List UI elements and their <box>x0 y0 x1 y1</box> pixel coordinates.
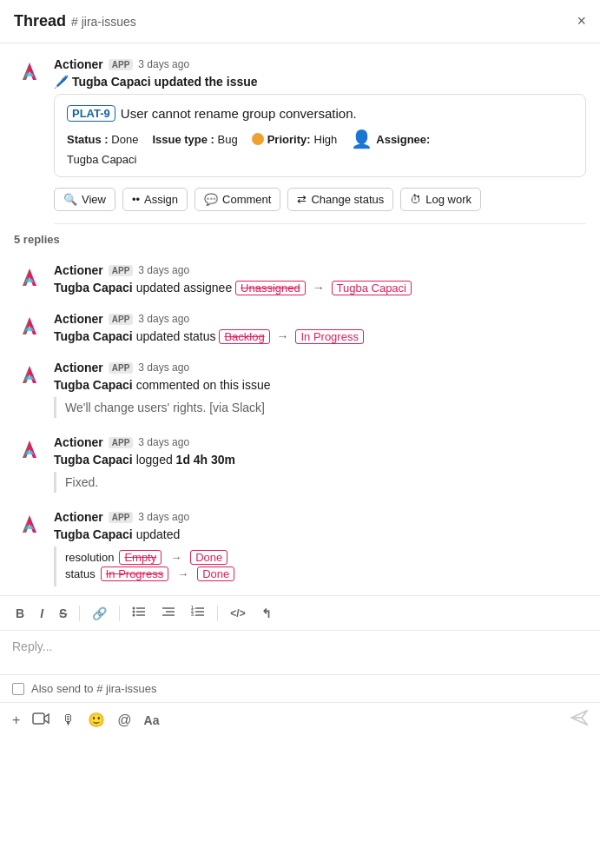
status2-from: In Progress <box>101 567 168 581</box>
timestamp: 3 days ago <box>138 58 189 70</box>
strikethrough-button[interactable]: S <box>56 605 70 622</box>
issue-title: User cannot rename group conversation. <box>121 106 357 121</box>
view-button[interactable]: 🔍 View <box>54 188 115 211</box>
add-button[interactable]: + <box>12 712 20 728</box>
bullet-list-button[interactable] <box>129 603 149 623</box>
reply-text-1: Tugba Capaci updated assignee Unassigned… <box>54 281 586 295</box>
toolbar-sep-1 <box>79 606 80 621</box>
change-status-label: Change status <box>311 193 384 206</box>
change-status-button[interactable]: ⇄ Change status <box>287 188 393 211</box>
video-button[interactable] <box>32 712 49 729</box>
issue-type: Issue type : Bug <box>152 133 237 146</box>
reply-avatar-3 <box>14 361 45 392</box>
issue-id: PLAT-9 <box>67 105 115 122</box>
mention-button[interactable]: @ <box>117 712 131 728</box>
numbered-list-button[interactable]: 1.2.3. <box>188 603 208 623</box>
mic-button[interactable]: 🎙 <box>62 712 76 728</box>
reply-content-1: Actioner APP 3 days ago Tugba Capaci upd… <box>54 263 586 295</box>
send-button[interactable] <box>570 710 588 730</box>
reply-text-3: Tugba Capaci commented on this issue <box>54 378 586 392</box>
reply-content-5: Actioner APP 3 days ago Tugba Capaci upd… <box>54 510 586 586</box>
reply-input[interactable]: Reply... <box>0 631 600 674</box>
assignee-name: Tugba Capaci <box>67 153 573 166</box>
reply-timestamp-5: 3 days ago <box>138 511 189 523</box>
svg-point-24 <box>133 607 135 610</box>
reply-avatar-5 <box>14 510 45 541</box>
more-button[interactable]: ↰ <box>258 605 275 622</box>
reply-sender-2: Actioner <box>54 312 103 326</box>
composer: B I S 🔗 1.2.3. </> ↰ Reply... Also send … <box>0 595 600 737</box>
resolution-from: Empty <box>119 550 162 565</box>
reply-sender-5: Actioner <box>54 510 103 524</box>
reply-4: Actioner APP 3 days ago Tugba Capaci log… <box>0 427 600 501</box>
reply-sender-1: Actioner <box>54 263 103 277</box>
toolbar-sep-2 <box>119 606 120 621</box>
reply-author-5: Tugba Capaci <box>54 527 133 541</box>
link-button[interactable]: 🔗 <box>89 605 110 622</box>
status-from: Backlog <box>219 329 269 344</box>
reply-meta-2: Actioner APP 3 days ago <box>54 312 586 326</box>
field-resolution: resolution <box>65 551 114 564</box>
priority-dot: Priority: High <box>252 133 338 146</box>
close-button[interactable]: × <box>577 12 586 30</box>
reply-1: Actioner APP 3 days ago Tugba Capaci upd… <box>0 255 600 303</box>
reply-avatar-2 <box>14 312 45 343</box>
issue-card: PLAT-9 User cannot rename group conversa… <box>54 94 586 177</box>
resolution-to: Done <box>190 550 227 565</box>
log-work-label: Log work <box>425 193 471 206</box>
header-channel: # jira-issues <box>71 15 136 29</box>
svg-text:3.: 3. <box>191 612 195 617</box>
reply-timestamp-2: 3 days ago <box>138 313 189 325</box>
italic-button[interactable]: I <box>36 605 47 622</box>
bold-button[interactable]: B <box>12 605 28 622</box>
reply-5: Actioner APP 3 days ago Tugba Capaci upd… <box>0 501 600 595</box>
reply-author-3: Tugba Capaci <box>54 378 133 392</box>
assignee-from: Unassigned <box>235 281 306 295</box>
composer-bottom: + 🎙 🙂 @ Aa <box>0 702 600 737</box>
status-label: Status : Done <box>67 133 138 146</box>
reply-content-2: Actioner APP 3 days ago Tugba Capaci upd… <box>54 312 586 343</box>
reply-content-3: Actioner APP 3 days ago Tugba Capaci com… <box>54 361 586 418</box>
code-button[interactable]: </> <box>227 606 248 621</box>
status-to: In Progress <box>295 329 363 344</box>
assignee-section: 👤 Assignee: <box>351 129 430 149</box>
reply-badge-5: APP <box>109 512 134 523</box>
reply-timestamp-4: 3 days ago <box>138 436 189 448</box>
issue-title-row: PLAT-9 User cannot rename group conversa… <box>67 105 573 122</box>
also-send-checkbox[interactable] <box>12 683 24 695</box>
svg-point-28 <box>133 614 135 617</box>
reply-sender-4: Actioner <box>54 435 103 449</box>
comment-icon: 💬 <box>204 193 218 206</box>
reply-badge-3: APP <box>109 362 134 374</box>
assign-button[interactable]: •• Assign <box>122 188 188 211</box>
reply-2: Actioner APP 3 days ago Tugba Capaci upd… <box>0 303 600 352</box>
indent-button[interactable] <box>158 603 179 623</box>
emoji-button[interactable]: 🙂 <box>88 712 105 728</box>
reply-avatar-4 <box>14 435 45 467</box>
log-work-icon: ⏱ <box>410 193 421 206</box>
comment-button[interactable]: 💬 Comment <box>195 188 280 211</box>
person-icon: 👤 <box>351 129 373 149</box>
field-status: status <box>65 567 96 580</box>
update-table-5: resolution Empty → Done status In Progre… <box>54 547 586 586</box>
sender-name: Actioner <box>54 57 103 71</box>
update-row-status: status In Progress → Done <box>65 567 577 581</box>
log-work-button[interactable]: ⏱ Log work <box>400 188 481 211</box>
reply-avatar-1 <box>14 263 45 295</box>
assignee-to: Tugba Capaci <box>332 281 412 295</box>
reply-badge-2: APP <box>109 314 134 325</box>
pencil-emoji: 🖊️ <box>54 75 69 89</box>
reply-timestamp-1: 3 days ago <box>138 264 189 276</box>
message-meta: Actioner APP 3 days ago <box>54 57 586 71</box>
message-desc-text: Tugba Capaci updated the issue <box>72 75 258 89</box>
reply-badge-1: APP <box>109 265 134 276</box>
logged-time: 1d 4h 30m <box>176 453 235 467</box>
header-title: Thread <box>14 12 66 30</box>
update-row-resolution: resolution Empty → Done <box>65 550 577 565</box>
message-body: Actioner APP 3 days ago 🖊️ Tugba Capaci … <box>54 57 586 224</box>
format-button[interactable]: Aa <box>144 713 160 727</box>
message-description: 🖊️ Tugba Capaci updated the issue <box>54 75 586 89</box>
assign-icon: •• <box>132 193 140 206</box>
composer-toolbar: B I S 🔗 1.2.3. </> ↰ <box>0 596 600 631</box>
reply-text-5: Tugba Capaci updated <box>54 527 586 541</box>
